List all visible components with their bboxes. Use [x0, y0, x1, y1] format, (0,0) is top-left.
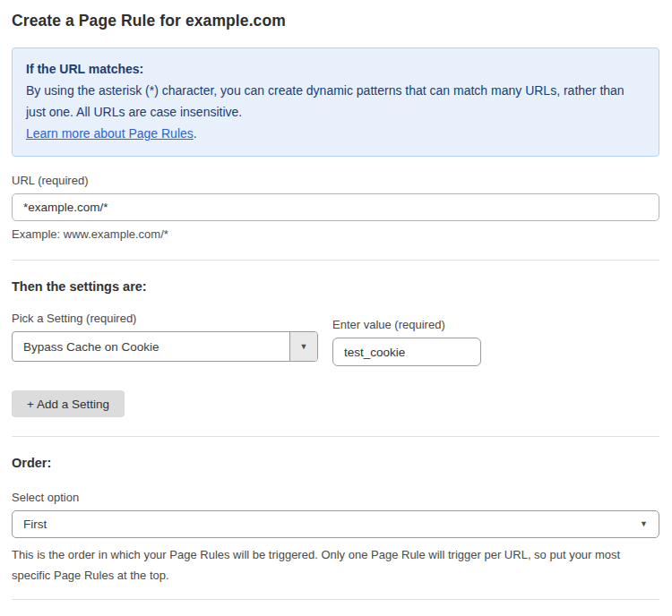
divider [12, 599, 659, 600]
create-page-rule-panel: Create a Page Rule for example.com If th… [0, 0, 672, 616]
add-setting-button[interactable]: + Add a Setting [12, 390, 125, 417]
url-input[interactable] [12, 193, 659, 221]
order-select-value: First [13, 518, 640, 531]
setting-select-value: Bypass Cache on Cookie [13, 340, 289, 354]
info-box-heading: If the URL matches: [26, 58, 645, 80]
info-box-body: By using the asterisk (*) character, you… [26, 80, 645, 123]
pick-setting-column: Pick a Setting (required) Bypass Cache o… [12, 312, 318, 362]
order-section-heading: Order: [12, 456, 659, 470]
settings-section-heading: Then the settings are: [12, 279, 659, 294]
info-box-link-line: Learn more about Page Rules. [26, 123, 645, 144]
url-matches-info-box: If the URL matches: By using the asteris… [12, 47, 659, 157]
page-title: Create a Page Rule for example.com [12, 12, 659, 30]
enter-value-label: Enter value (required) [332, 318, 481, 331]
enter-value-column: Enter value (required) [332, 312, 481, 366]
link-suffix: . [194, 126, 197, 141]
setting-select[interactable]: Bypass Cache on Cookie ▼ [12, 331, 318, 362]
divider [12, 260, 659, 261]
setting-value-input[interactable] [332, 338, 481, 366]
chevron-down-icon: ▼ [640, 520, 659, 528]
learn-more-link[interactable]: Learn more about Page Rules [26, 126, 194, 141]
order-help-text: This is the order in which your Page Rul… [12, 544, 657, 586]
order-select-label: Select option [12, 491, 659, 504]
chevron-down-icon: ▼ [289, 332, 317, 361]
url-field-label: URL (required) [12, 174, 659, 187]
url-example-text: Example: www.example.com/* [12, 227, 659, 241]
divider [12, 436, 659, 437]
order-select[interactable]: First ▼ [12, 510, 659, 538]
settings-row: Pick a Setting (required) Bypass Cache o… [12, 312, 659, 366]
pick-setting-label: Pick a Setting (required) [12, 312, 318, 325]
